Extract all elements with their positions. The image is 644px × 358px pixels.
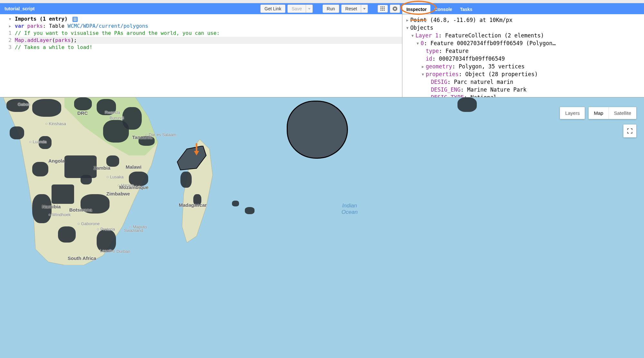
code-line[interactable]: // If you want to visualise the PAs arou… (15, 30, 402, 37)
inspector-kv-row[interactable]: DESIG_ENG: Marine Nature Park (406, 86, 641, 94)
polygon-pa (32, 99, 61, 117)
fold-caret-icon[interactable]: ▸ (1, 23, 12, 30)
layers-label: Layers (560, 107, 585, 119)
svg-rect-6 (380, 10, 381, 11)
polygon-pa (97, 230, 116, 252)
code-editor[interactable]: ▾ ▸ 1 2 3 Imports (1 entry) var parks: T… (0, 14, 402, 97)
save-button-group: Save (287, 5, 313, 13)
map-type-toggle: Map Satellite (589, 107, 636, 119)
svg-rect-4 (382, 8, 383, 9)
inspector-kv-row[interactable]: DESIG_TYPE: National (406, 94, 641, 97)
polygon-pa (106, 155, 119, 167)
ocean-label: Indian Ocean (341, 203, 358, 215)
import-line[interactable]: var parks: Table WCMC/WDPA/current/polyg… (15, 23, 402, 30)
polygon-pa (103, 120, 129, 143)
editor-toolbar: tutorial_script Get Link Save Run Reset (0, 3, 402, 14)
polygon-pa (58, 226, 76, 243)
imports-header[interactable]: Imports (1 entry) (15, 15, 402, 23)
code-editor-panel: tutorial_script Get Link Save Run Reset (0, 3, 402, 97)
polygon-pa (32, 162, 48, 176)
svg-rect-8 (384, 10, 385, 11)
svg-rect-1 (382, 6, 383, 7)
polygon-pa (6, 99, 29, 112)
polygon-pa (10, 126, 24, 139)
svg-rect-7 (382, 10, 383, 11)
save-dropdown[interactable] (306, 5, 313, 13)
polygon-comoros (174, 146, 209, 172)
polygon-pa (457, 97, 477, 112)
tab-inspector[interactable]: Inspector (402, 5, 430, 14)
upper-split: tutorial_script Get Link Save Run Reset (0, 3, 644, 97)
reset-dropdown[interactable] (361, 5, 368, 13)
polygon-pa (81, 175, 92, 184)
fullscreen-button[interactable] (623, 124, 636, 137)
code-body[interactable]: Imports (1 entry) var parks: Table WCMC/… (15, 14, 402, 97)
polygon-pa (193, 194, 201, 205)
inspector-geometry-row[interactable]: ▸geometry: Polygon, 35 vertices (406, 63, 641, 70)
map-type-satellite[interactable]: Satellite (609, 107, 636, 119)
apps-icon-button[interactable] (378, 5, 388, 13)
caret-right-icon[interactable]: ▸ (421, 63, 426, 70)
polygon-pa (232, 201, 239, 206)
caret-down-icon[interactable]: ▾ (421, 70, 426, 78)
script-name[interactable]: tutorial_script (2, 6, 258, 11)
map-controls: Layers Map Satellite (560, 107, 636, 119)
inspector-panel: Inspector Console Tasks ▸Point Point (46… (402, 3, 644, 97)
caret-down-icon[interactable]: ▾ (411, 32, 415, 39)
svg-rect-3 (380, 8, 381, 9)
get-link-button[interactable]: Get Link (260, 5, 285, 13)
polygon-marine-park (287, 101, 348, 159)
polygon-pa (39, 136, 52, 149)
polygon-pa (245, 207, 255, 214)
run-button[interactable]: Run (322, 5, 339, 13)
polygon-pa (81, 194, 110, 214)
line-number: 3 (1, 44, 12, 51)
svg-rect-0 (380, 6, 381, 7)
caret-down-icon[interactable]: ▾ (406, 24, 410, 32)
line-gutter: ▾ ▸ 1 2 3 (0, 14, 15, 97)
svg-rect-2 (384, 6, 385, 7)
inspector-properties-row[interactable]: ▾properties: Object (28 properties) (406, 70, 641, 78)
caret-down-icon[interactable]: ▾ (416, 39, 420, 47)
polygon-pa (129, 172, 148, 186)
map-type-map[interactable]: Map (589, 107, 608, 119)
inspector-kv-row[interactable]: DESIG: Parc naturel marin (406, 78, 641, 86)
inspector-layer-row[interactable]: ▾Layer 1: FeatureCollection (2 elements) (406, 32, 641, 39)
reset-button-group: Reset (341, 5, 368, 13)
tab-console[interactable]: Console (430, 5, 456, 14)
fold-caret-icon[interactable]: ▾ (1, 15, 12, 23)
svg-rect-5 (384, 8, 385, 9)
polygon-pa (97, 99, 116, 115)
chevron-down-icon (363, 8, 366, 10)
polygon-pa (32, 194, 52, 223)
chevron-down-icon (308, 8, 311, 10)
caret-right-icon[interactable]: ▸ (406, 16, 410, 24)
inspector-feature-row[interactable]: ▾0: Feature 00027034ffb09ff06549 (Polygo… (406, 39, 641, 47)
polygon-pa (64, 155, 97, 178)
map-canvas[interactable]: DRC Angola Zambia Namibia Botswana Zimba… (0, 97, 644, 358)
polygon-pa (180, 172, 192, 188)
inspector-kv-row[interactable]: id: 00027034ffb09ff06549 (406, 55, 641, 63)
reset-button[interactable]: Reset (341, 5, 361, 13)
layers-button[interactable]: Layers (560, 107, 585, 119)
tab-tasks[interactable]: Tasks (456, 5, 476, 14)
inspector-point-row[interactable]: ▸Point Point (46.8, -11.69) at 10Km/px(4… (406, 16, 641, 24)
svg-point-9 (394, 8, 396, 9)
polygon-pa (139, 136, 155, 146)
line-number: 1 (1, 30, 12, 37)
code-line-active[interactable]: Map.addLayer(parks); (15, 37, 402, 44)
right-panel-tabs: Inspector Console Tasks (402, 3, 644, 14)
doc-icon[interactable] (72, 17, 78, 22)
settings-icon-button[interactable] (390, 5, 400, 13)
polygon-pa (74, 97, 92, 110)
save-button[interactable]: Save (287, 5, 306, 13)
inspector-objects-row[interactable]: ▾Objects (406, 24, 641, 32)
grid-icon (380, 6, 385, 11)
inspector-kv-row[interactable]: type: Feature (406, 47, 641, 55)
code-line[interactable]: // Takes a while to load! (15, 44, 402, 51)
polygon-pa (52, 184, 74, 204)
line-number: 2 (1, 37, 12, 44)
gear-icon (392, 6, 398, 11)
inspector-tree[interactable]: ▸Point Point (46.8, -11.69) at 10Km/px(4… (402, 14, 644, 97)
fullscreen-icon (627, 128, 632, 134)
